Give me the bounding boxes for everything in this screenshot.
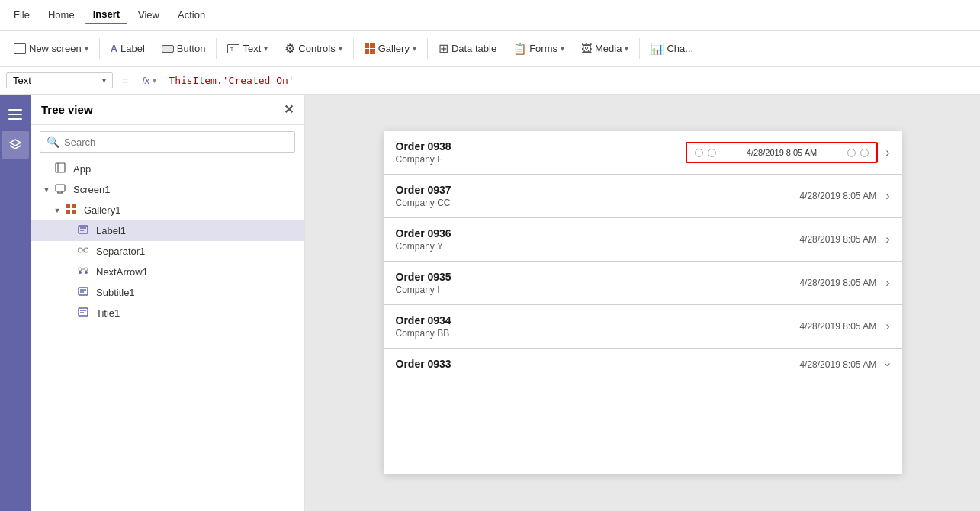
tree-item-label1[interactable]: Label1 — [31, 220, 304, 241]
handle-left-1[interactable] — [695, 149, 703, 157]
gallery-row-4[interactable]: Order 0935 Company I 4/28/2019 8:05 AM › — [384, 262, 902, 305]
gallery-chevron: ▾ — [413, 44, 416, 53]
tree-title: Tree view — [41, 103, 93, 116]
controls-icon: ⚙ — [284, 41, 295, 56]
formula-selector-value: Text — [13, 75, 31, 86]
tree-panel: Tree view ✕ 🔍 App ▼ — [31, 95, 305, 511]
label-icon: A — [111, 43, 117, 54]
selected-label-control: 4/28/2019 8:05 AM — [686, 142, 878, 163]
svg-point-21 — [85, 268, 88, 271]
menu-view[interactable]: View — [130, 6, 167, 24]
formula-selector[interactable]: Text ▾ — [6, 72, 113, 88]
label-button[interactable]: A Label — [103, 38, 153, 59]
gallery-icon — [365, 43, 375, 54]
subtitle1-label: Subtitle1 — [96, 287, 298, 298]
svg-point-17 — [78, 248, 82, 252]
screen1-label: Screen1 — [73, 184, 298, 195]
hamburger-menu-icon[interactable] — [2, 101, 29, 128]
data-table-btn-label: Data table — [451, 43, 496, 54]
menu-insert[interactable]: Insert — [85, 5, 127, 24]
svg-rect-28 — [79, 308, 88, 316]
tree-search-input[interactable] — [64, 137, 288, 148]
screen1-icon — [55, 183, 66, 196]
tree-search-box[interactable]: 🔍 — [40, 131, 295, 153]
gallery1-icon — [66, 204, 76, 217]
row3-title: Order 0936 — [396, 227, 800, 239]
tree-item-title1[interactable]: Title1 — [31, 303, 304, 323]
svg-rect-4 — [56, 163, 65, 172]
tree-item-nextarrow1[interactable]: NextArrow1 — [31, 262, 304, 282]
handle-right-1[interactable] — [847, 149, 856, 157]
row1-arrow[interactable]: › — [885, 146, 889, 159]
row5-content: Order 0934 Company BB — [396, 314, 800, 339]
formula-input[interactable]: ThisItem.'Created On' — [165, 73, 974, 88]
row5-arrow[interactable]: › — [885, 320, 889, 333]
row3-arrow[interactable]: › — [885, 233, 889, 246]
button-btn-label: Button — [177, 43, 206, 54]
gallery-row-2[interactable]: Order 0937 Company CC 4/28/2019 8:05 AM … — [384, 175, 902, 218]
tree-item-subtitle1[interactable]: Subtitle1 — [31, 282, 304, 303]
tree-item-screen1[interactable]: ▼ Screen1 — [31, 179, 304, 200]
row6-arrow-down[interactable]: › — [881, 362, 895, 366]
row2-title: Order 0937 — [396, 184, 800, 196]
row4-date: 4/28/2019 8:05 AM — [799, 278, 876, 288]
screen-icon — [14, 43, 26, 54]
label-btn-label: Label — [120, 43, 145, 54]
control-line-2 — [821, 153, 843, 153]
menu-file[interactable]: File — [6, 6, 37, 24]
media-icon: 🖼 — [581, 43, 592, 55]
media-button[interactable]: 🖼 Media ▾ — [574, 38, 636, 59]
canvas-area: Order 0938 Company F 4/28/2019 8:05 AM › — [305, 95, 980, 511]
row3-content: Order 0936 Company Y — [396, 227, 800, 252]
gallery-row-1[interactable]: Order 0938 Company F 4/28/2019 8:05 AM › — [384, 131, 902, 175]
svg-point-23 — [85, 271, 88, 274]
gallery-row-3[interactable]: Order 0936 Company Y 4/28/2019 8:05 AM › — [384, 218, 902, 262]
text-chevron: ▾ — [264, 44, 268, 53]
tree-item-gallery1[interactable]: ▼ Gallery1 — [31, 200, 304, 220]
menu-action[interactable]: Action — [170, 6, 213, 24]
formula-selector-chevron: ▾ — [102, 76, 106, 85]
row6-title: Order 0933 — [396, 358, 800, 370]
data-table-button[interactable]: ⊞ Data table — [431, 37, 504, 60]
controls-button[interactable]: ⚙ Controls ▾ — [277, 37, 349, 60]
control-line — [721, 153, 742, 153]
nextarrow1-label: NextArrow1 — [96, 266, 298, 278]
data-table-icon: ⊞ — [439, 41, 448, 56]
divider-1 — [99, 38, 100, 59]
svg-rect-25 — [79, 288, 88, 295]
svg-rect-13 — [72, 210, 76, 214]
forms-button[interactable]: 📋 Forms ▾ — [506, 38, 572, 59]
menu-home[interactable]: Home — [40, 6, 82, 24]
forms-icon: 📋 — [513, 43, 526, 55]
text-btn-label: Text — [243, 43, 261, 54]
charts-button[interactable]: 📊 Cha... — [643, 38, 701, 59]
gallery-button[interactable]: Gallery ▾ — [357, 38, 424, 59]
separator1-icon — [78, 245, 88, 258]
svg-rect-12 — [66, 210, 70, 214]
title1-icon — [78, 307, 88, 320]
row4-content: Order 0935 Company I — [396, 271, 800, 295]
tree-search-icon: 🔍 — [47, 136, 59, 148]
gallery-row-6[interactable]: Order 0933 4/28/2019 8:05 AM › — [384, 349, 902, 381]
text-button[interactable]: T Text ▾ — [220, 38, 275, 59]
handle-right-2[interactable] — [860, 149, 869, 157]
svg-point-20 — [79, 268, 82, 271]
svg-rect-10 — [66, 204, 70, 208]
gallery-row-5[interactable]: Order 0934 Company BB 4/28/2019 8:05 AM … — [384, 305, 902, 349]
row5-date: 4/28/2019 8:05 AM — [799, 321, 876, 332]
svg-marker-3 — [10, 140, 21, 146]
new-screen-button[interactable]: New screen ▾ — [6, 38, 96, 59]
tree-item-separator1[interactable]: Separator1 — [31, 241, 304, 262]
app-label: App — [73, 163, 298, 175]
row2-content: Order 0937 Company CC — [396, 184, 800, 208]
new-screen-chevron: ▾ — [85, 44, 88, 53]
fx-label: fx — [142, 75, 149, 86]
row4-arrow[interactable]: › — [885, 276, 889, 290]
row2-arrow[interactable]: › — [885, 189, 889, 203]
handle-left-2[interactable] — [708, 149, 716, 157]
tree-item-app[interactable]: App — [31, 159, 304, 179]
tree-close-button[interactable]: ✕ — [284, 102, 294, 117]
button-button[interactable]: Button — [154, 38, 214, 59]
formula-bar: Text ▾ = fx ▾ ThisItem.'Created On' — [0, 67, 980, 95]
layers-icon[interactable] — [2, 131, 29, 159]
